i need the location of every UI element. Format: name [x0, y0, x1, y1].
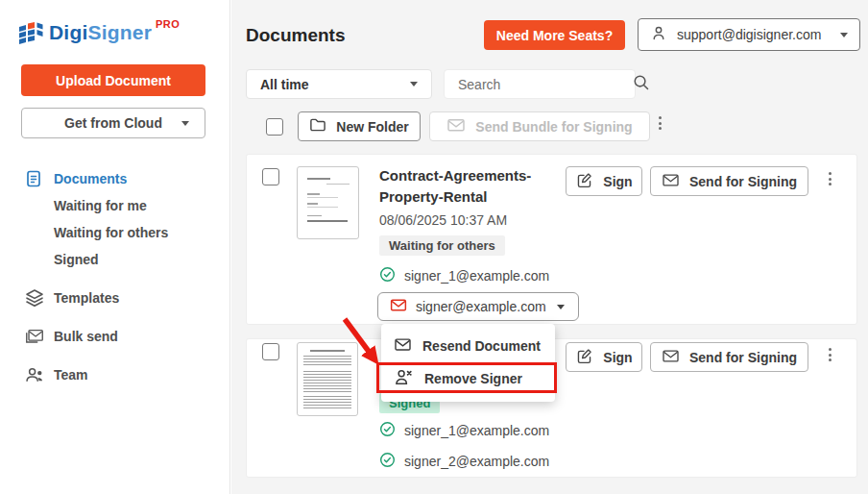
sidebar: DigiSigner PRO Upload Document Get from … — [0, 0, 230, 494]
app-root: DigiSigner PRO Upload Document Get from … — [0, 0, 868, 494]
sidebar-item-label: Waiting for others — [54, 225, 168, 240]
signer-email: signer_2@example.com — [404, 454, 549, 469]
signer-email: signer_1@example.com — [404, 423, 549, 438]
sidebar-item-label: Waiting for me — [54, 198, 147, 213]
row-kebab-menu[interactable] — [823, 172, 836, 185]
time-filter-dropdown[interactable]: All time — [246, 69, 432, 99]
signer-actions-menu: Resend Document Remove Signer — [381, 324, 555, 402]
signer-item: signer_1@example.com — [379, 266, 549, 285]
pending-signer-email: signer@example.com — [416, 299, 546, 314]
sign-button[interactable]: Sign — [566, 166, 642, 196]
envelope-icon — [446, 117, 466, 136]
resend-document-menu-item[interactable]: Resend Document — [381, 330, 555, 362]
upload-document-button[interactable]: Upload Document — [21, 64, 205, 96]
sidebar-item-signed[interactable]: Signed — [0, 248, 230, 271]
row-checkbox[interactable] — [262, 168, 279, 185]
send-for-signing-button[interactable]: Send for Signing — [650, 166, 808, 196]
row-checkbox[interactable] — [262, 343, 279, 360]
row-kebab-menu[interactable] — [823, 348, 836, 361]
sidebar-item-label: Team — [54, 367, 88, 383]
remove-signer-menu-item[interactable]: Remove Signer — [381, 362, 555, 395]
bulk-send-icon — [24, 327, 45, 346]
status-badge: Waiting for others — [379, 235, 505, 256]
sidebar-item-label: Documents — [54, 171, 127, 186]
brand-logo: DigiSigner PRO — [17, 19, 180, 50]
sidebar-item-waiting-for-others[interactable]: Waiting for others — [0, 221, 230, 244]
page-title: Documents — [246, 25, 345, 46]
sign-pen-icon — [575, 171, 593, 192]
need-more-seats-button[interactable]: Need More Seats? — [484, 20, 625, 50]
sidebar-item-team[interactable]: Team — [0, 363, 230, 386]
time-filter-value: All time — [260, 77, 309, 92]
envelope-icon — [662, 173, 680, 190]
envelope-icon — [394, 337, 412, 355]
chevron-down-icon — [181, 121, 189, 126]
search-box — [444, 69, 636, 99]
check-circle-icon — [379, 266, 396, 285]
new-folder-button[interactable]: New Folder — [298, 111, 421, 141]
account-email: support@digisigner.com — [677, 27, 821, 42]
person-x-icon — [394, 368, 414, 389]
sidebar-item-label: Bulk send — [54, 329, 118, 344]
brand-icon — [17, 19, 44, 50]
sidebar-item-waiting-for-me[interactable]: Waiting for me — [0, 194, 230, 217]
layers-icon — [24, 287, 45, 309]
brand-name: DigiSigner — [49, 21, 152, 44]
resend-document-label: Resend Document — [422, 338, 541, 354]
envelope-icon — [662, 349, 680, 366]
chevron-down-icon — [557, 305, 565, 309]
folder-icon — [309, 117, 326, 136]
chevron-down-icon — [840, 33, 848, 37]
chevron-down-icon — [410, 82, 418, 86]
send-for-signing-label: Send for Signing — [689, 350, 797, 365]
envelope-red-icon — [390, 298, 407, 315]
document-icon — [24, 169, 43, 188]
remove-signer-label: Remove Signer — [424, 371, 522, 386]
pending-signer-dropdown[interactable]: signer@example.com — [377, 292, 579, 321]
sidebar-item-label: Templates — [54, 290, 119, 306]
sidebar-item-label: Signed — [54, 252, 99, 267]
person-icon — [650, 24, 667, 46]
get-from-cloud-button[interactable]: Get from Cloud — [21, 108, 205, 138]
sign-pen-icon — [575, 347, 593, 368]
new-folder-label: New Folder — [336, 119, 408, 135]
document-title: Contract-Agreements-Property-Rental — [379, 165, 586, 208]
sidebar-item-bulk-send[interactable]: Bulk send — [0, 325, 230, 348]
signer-item: signer_2@example.com — [379, 452, 549, 471]
sidebar-item-documents[interactable]: Documents — [0, 167, 230, 190]
sign-label: Sign — [603, 174, 632, 189]
select-all-checkbox[interactable] — [266, 118, 283, 136]
send-bundle-button[interactable]: Send Bundle for Signing — [429, 111, 650, 141]
search-icon — [632, 73, 650, 95]
search-input[interactable] — [458, 77, 632, 92]
document-thumbnail[interactable] — [297, 166, 359, 239]
sign-label: Sign — [603, 350, 632, 365]
account-dropdown[interactable]: support@digisigner.com — [638, 18, 860, 51]
pro-badge: PRO — [156, 18, 180, 30]
document-date: 08/06/2025 10:37 AM — [379, 212, 507, 228]
toolbar-kebab-menu[interactable] — [653, 116, 666, 130]
check-circle-icon — [379, 421, 396, 440]
signer-email: signer_1@example.com — [404, 268, 549, 284]
sign-button[interactable]: Sign — [566, 342, 642, 372]
signer-item: signer_1@example.com — [379, 421, 549, 440]
sidebar-item-templates[interactable]: Templates — [0, 286, 230, 309]
document-thumbnail[interactable] — [297, 342, 358, 416]
team-icon — [24, 365, 46, 384]
get-from-cloud-label: Get from Cloud — [64, 115, 162, 131]
send-for-signing-label: Send for Signing — [689, 174, 797, 189]
send-for-signing-button[interactable]: Send for Signing — [650, 342, 808, 372]
send-bundle-label: Send Bundle for Signing — [475, 119, 632, 135]
check-circle-icon — [379, 452, 396, 471]
